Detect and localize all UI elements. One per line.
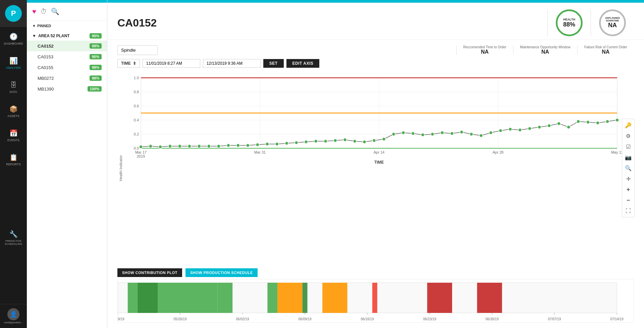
logo-icon[interactable]: P — [5, 5, 22, 22]
user-email: mxd@predictr... — [4, 321, 23, 324]
downtime-metric: UNPLANNED DOWNTIME NA — [591, 9, 634, 36]
nav-item-dashboard[interactable]: 🕐 DASHBOARD — [0, 27, 27, 51]
edit-axis-button[interactable]: EDIT AXIS — [286, 59, 320, 68]
svg-point-37 — [236, 144, 240, 147]
asset-item[interactable]: CA015390% — [27, 51, 107, 62]
svg-text:Apr 28: Apr 28 — [493, 150, 503, 154]
chart-container: Spindle Motor Bearing Reccomended Time t… — [107, 40, 644, 328]
clock-icon[interactable]: ⏱ — [40, 8, 47, 15]
recommended-time-col: Reccomended Time to Order NA — [456, 45, 513, 55]
toolbar-gear-btn[interactable]: ⚙ — [623, 130, 634, 141]
nav-item-events[interactable]: 📅 EVENTS — [0, 123, 27, 148]
svg-point-27 — [139, 145, 143, 149]
svg-point-71 — [567, 125, 570, 129]
svg-text:05/19/19: 05/19/19 — [118, 317, 124, 321]
svg-text:0.2: 0.2 — [134, 132, 139, 136]
toolbar-fullscreen-btn[interactable]: ⛶ — [623, 206, 634, 216]
svg-point-57 — [431, 132, 434, 136]
svg-rect-82 — [218, 283, 233, 313]
svg-text:0.4: 0.4 — [134, 118, 139, 122]
svg-point-48 — [343, 138, 347, 142]
nav-item-data[interactable]: 🗄 DATA — [0, 75, 27, 99]
pinned-section: ▼ PINNED — [27, 20, 107, 29]
svg-point-61 — [470, 132, 473, 136]
svg-point-39 — [256, 143, 259, 147]
header-metrics: HEALTH 88% UNPLANNED DOWNTIME NA — [547, 9, 634, 36]
asset-item[interactable]: CA015598% — [27, 62, 107, 73]
main-top-bar — [107, 0, 644, 3]
svg-point-76 — [615, 118, 619, 122]
svg-text:Apr 14: Apr 14 — [374, 150, 384, 154]
svg-point-62 — [479, 134, 483, 137]
asset-item[interactable]: MB1390100% — [27, 84, 107, 94]
nav-item-analysis[interactable]: 📊 ANALYSIS — [0, 51, 27, 75]
svg-point-59 — [450, 132, 453, 135]
nav-label-assets: ASSETS — [7, 114, 19, 118]
nav-label-data: DATA — [10, 90, 17, 94]
y-axis-label: Health Indicator — [117, 71, 124, 265]
predictive-scheduling-icon: 🔧 — [9, 230, 18, 238]
nav-user[interactable]: 👤 mxd@predictr... — [0, 304, 27, 328]
assets-icon: 📦 — [9, 105, 18, 113]
nav-label-events: EVENTS — [7, 139, 19, 142]
svg-point-65 — [508, 127, 512, 131]
schedule-chart: 05/19/1905/26/1906/02/1906/09/1906/16/19… — [117, 279, 634, 323]
svg-point-67 — [528, 127, 531, 130]
spindle-dropdown[interactable]: Spindle Motor Bearing — [117, 45, 158, 55]
toolbar-checkbox-btn[interactable]: ☑ — [623, 141, 634, 152]
toolbar-camera-btn[interactable]: 📷 — [623, 152, 634, 163]
heart-icon[interactable]: ♥ — [32, 8, 36, 15]
toolbar-zoom-in-btn[interactable]: + — [623, 184, 634, 195]
toolbar-key-btn[interactable]: 🔑 — [623, 120, 634, 130]
svg-point-69 — [547, 124, 551, 127]
nav-label-dashboard: DASHBOARD — [4, 42, 23, 45]
svg-text:TIME: TIME — [374, 160, 384, 165]
plant-section: ▼ AREA 52 PLANT 90% CA015298%CA015390%CA… — [27, 29, 107, 96]
svg-point-41 — [275, 142, 279, 146]
start-date-input[interactable] — [143, 59, 200, 68]
asset-title: CA0152 — [117, 17, 157, 29]
contribution-plot-button[interactable]: SHOW CONTRIBUTION PLOT — [117, 268, 182, 277]
svg-text:1.0: 1.0 — [134, 76, 139, 80]
svg-rect-81 — [148, 283, 158, 313]
search-icon[interactable]: 🔍 — [51, 7, 59, 15]
svg-rect-83 — [267, 283, 277, 313]
end-date-input[interactable] — [203, 59, 261, 68]
toolbar-zoom-out-btn[interactable]: − — [623, 195, 634, 206]
chart-controls: Spindle Motor Bearing Reccomended Time t… — [117, 45, 634, 55]
svg-text:05/26/19: 05/26/19 — [174, 317, 187, 321]
svg-text:06/09/19: 06/09/19 — [299, 317, 312, 321]
nav-item-assets[interactable]: 📦 ASSETS — [0, 99, 27, 123]
nav-item-reports[interactable]: 📋 REPORTS — [0, 148, 27, 172]
svg-text:Mar 31: Mar 31 — [254, 150, 266, 154]
svg-point-54 — [401, 131, 405, 134]
nav-logo: P — [0, 0, 27, 27]
health-metric: HEALTH 88% — [547, 9, 591, 36]
svg-point-28 — [149, 145, 152, 148]
svg-point-64 — [499, 129, 502, 132]
svg-point-53 — [392, 132, 395, 136]
nav-item-predictive-scheduling[interactable]: 🔧 PREDICTIVE SCHEDULING — [0, 226, 27, 250]
asset-id: MB0272 — [38, 76, 54, 81]
plant-header[interactable]: ▼ AREA 52 PLANT 90% — [27, 31, 107, 41]
svg-text:0.6: 0.6 — [134, 104, 139, 108]
svg-point-72 — [577, 120, 580, 123]
svg-point-31 — [178, 145, 181, 148]
failure-risk-col: Failure Risk of Current Order NA — [577, 45, 634, 55]
toolbar-move-btn[interactable]: ✛ — [623, 173, 634, 184]
svg-text:07/07/19: 07/07/19 — [548, 317, 561, 321]
toolbar-zoom-search-btn[interactable]: 🔍 — [623, 163, 634, 173]
info-cols: Reccomended Time to Order NA Maintenance… — [456, 45, 634, 55]
chart-svg-wrapper: 0.00.20.40.60.81.0Mar 172019Mar 31Apr 14… — [124, 71, 634, 265]
asset-item[interactable]: MB027298% — [27, 73, 107, 84]
asset-item[interactable]: CA015298% — [27, 41, 107, 51]
svg-point-60 — [460, 130, 463, 134]
time-row: TIME ⇕ SET EDIT AXIS — [117, 59, 634, 68]
asset-badge: 98% — [90, 65, 102, 70]
svg-point-34 — [207, 145, 211, 148]
production-schedule-button[interactable]: SHOW PRODUCTION SCHEDULE — [185, 268, 258, 277]
svg-text:May 12: May 12 — [611, 150, 623, 154]
svg-text:Mar 17: Mar 17 — [135, 150, 147, 154]
set-button[interactable]: SET — [263, 59, 284, 68]
asset-badge: 98% — [90, 43, 102, 49]
